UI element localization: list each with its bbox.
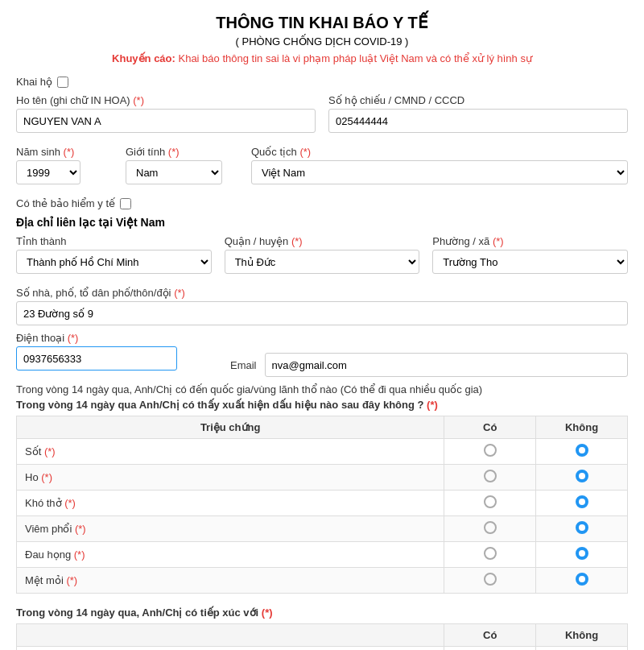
quan-huyen-select[interactable]: Thủ Đức Quận 1 <box>225 250 420 274</box>
so-hc-group: Số hộ chiếu / CMND / CCCD <box>328 94 628 133</box>
quan-huyen-group: Quận / huyện (*) Thủ Đức Quận 1 <box>225 235 420 274</box>
symptoms-table: Triệu chứng Có Không Sốt (*) Ho (*) <box>16 416 628 594</box>
symptom-khong-cell[interactable] <box>536 516 628 542</box>
symptom-khong-cell[interactable] <box>536 439 628 465</box>
so-hc-input[interactable] <box>328 109 628 133</box>
symptom-co-radio[interactable] <box>484 573 497 586</box>
page-subtitle: ( PHÒNG CHỐNG DỊCH COVID-19 ) <box>16 35 628 48</box>
note-contact: Trong vòng 14 ngày qua, Anh/Chị có tiếp … <box>16 607 628 619</box>
quoc-tich-group: Quốc tịch (*) Việt Nam Khác <box>251 146 628 184</box>
phone-email-row: Điện thoại (*) Email <box>16 332 628 377</box>
symptom-row: Đau họng (*) <box>17 542 628 568</box>
warning-content: Khai báo thông tin sai là vi phạm pháp l… <box>178 52 531 64</box>
symptom-co-cell[interactable] <box>444 439 536 465</box>
note-14days: Trong vòng 14 ngày qua, Anh/Chị có đến q… <box>16 383 628 395</box>
khai-ho-row: Khai hộ <box>16 76 628 88</box>
symptom-row: Khó thở (*) <box>17 491 628 516</box>
symptom-label-cell: Viêm phổi (*) <box>17 516 444 542</box>
bao-hiem-checkbox[interactable] <box>120 198 131 209</box>
ho-ten-group: Ho tên (ghi chữ IN HOA) (*) <box>16 94 316 133</box>
symptom-row: Sốt (*) <box>17 439 628 465</box>
contact-label-cell: Người bệnh hoặc nghi ngờ, mắc bệnh COVID… <box>17 647 444 651</box>
symptom-required: (*) <box>66 574 77 586</box>
contact-co-cell[interactable] <box>444 647 536 651</box>
tinh-thanh-label: Tỉnh thành <box>16 235 212 247</box>
contact-khong-header: Không <box>536 624 628 647</box>
symptom-label: Mệt mỏi <box>25 574 64 586</box>
symptom-label: Ho <box>25 471 39 483</box>
phuong-xa-group: Phường / xã (*) Trường Tho Bình Thọ <box>432 235 628 274</box>
symptom-label-cell: Đau họng (*) <box>17 542 444 568</box>
khai-ho-label: Khai hộ <box>16 76 52 88</box>
address-row: Tỉnh thành Thành phố Hồ Chí Minh Hà Nội … <box>16 235 628 280</box>
dien-thoai-input[interactable] <box>16 346 177 371</box>
contact-khong-cell[interactable] <box>536 647 628 651</box>
symptom-co-cell[interactable] <box>444 568 536 594</box>
symptom-row: Mệt mỏi (*) <box>17 568 628 594</box>
gioi-tinh-group: Giới tính (*) Nam Nữ <box>126 146 238 184</box>
symptom-required: (*) <box>41 471 52 483</box>
symptom-khong-radio[interactable] <box>576 444 588 457</box>
ho-ten-input[interactable] <box>16 109 316 133</box>
tinh-thanh-select[interactable]: Thành phố Hồ Chí Minh Hà Nội <box>16 250 212 274</box>
so-hc-label: Số hộ chiếu / CMND / CCCD <box>328 94 628 106</box>
so-nha-input[interactable] <box>16 301 628 325</box>
symptom-khong-radio[interactable] <box>576 495 588 508</box>
bao-hiem-row: Có thẻ bảo hiểm y tế <box>16 197 628 209</box>
phuong-xa-select[interactable]: Trường Tho Bình Thọ <box>432 250 628 274</box>
symptom-khong-radio[interactable] <box>576 547 588 560</box>
symptom-co-radio[interactable] <box>484 495 497 508</box>
contact-co-header: Có <box>444 624 536 647</box>
email-label: Email <box>230 359 257 371</box>
contact-col-header <box>17 624 444 647</box>
symptom-co-radio[interactable] <box>484 470 497 482</box>
symptom-khong-cell[interactable] <box>536 542 628 568</box>
so-nha-group: Số nhà, phố, tổ dân phố/thôn/đội (*) <box>16 287 628 325</box>
contact-row: Người bệnh hoặc nghi ngờ, mắc bệnh COVID… <box>17 647 628 651</box>
ho-ten-label: Ho tên (ghi chữ IN HOA) (*) <box>16 94 316 106</box>
symptom-row: Viêm phổi (*) <box>17 516 628 542</box>
symptom-col-header: Triệu chứng <box>17 416 444 439</box>
tinh-thanh-group: Tỉnh thành Thành phố Hồ Chí Minh Hà Nội <box>16 235 212 274</box>
symptom-khong-radio[interactable] <box>576 470 588 482</box>
nam-sinh-select[interactable]: 1999 2000 1998 <box>16 160 80 184</box>
symptom-khong-radio[interactable] <box>576 521 588 534</box>
nam-sinh-group: Năm sinh (*) 1999 2000 1998 <box>16 146 113 184</box>
warning-prefix: Khuyến cáo: <box>112 52 178 64</box>
co-col-header: Có <box>444 416 536 439</box>
page-title: THÔNG TIN KHAI BÁO Y TẾ <box>16 13 628 32</box>
email-input[interactable] <box>265 353 628 377</box>
symptom-label-cell: Sốt (*) <box>17 439 444 465</box>
note-symptoms: Trong vòng 14 ngày qua Anh/Chị có thấy x… <box>16 399 628 411</box>
symptom-khong-cell[interactable] <box>536 491 628 516</box>
symptom-khong-cell[interactable] <box>536 568 628 594</box>
symptom-required: (*) <box>44 445 56 457</box>
symptom-row: Ho (*) <box>17 465 628 491</box>
symptom-required: (*) <box>64 497 76 509</box>
symptom-co-cell[interactable] <box>444 516 536 542</box>
symptom-label: Sốt <box>25 445 41 457</box>
symptom-required: (*) <box>74 549 85 561</box>
symptom-label-cell: Khó thở (*) <box>17 491 444 516</box>
warning-text: Khuyến cáo: Khai báo thông tin sai là vi… <box>16 52 628 64</box>
khai-ho-checkbox[interactable] <box>57 77 68 88</box>
symptom-co-cell[interactable] <box>444 491 536 516</box>
symptom-label: Viêm phổi <box>25 523 72 535</box>
symptom-co-cell[interactable] <box>444 465 536 491</box>
symptom-co-radio[interactable] <box>484 547 497 560</box>
dia-chi-section-header: Địa chỉ liên lạc tại Việt Nam <box>16 216 628 229</box>
symptom-khong-cell[interactable] <box>536 465 628 491</box>
symptom-khong-radio[interactable] <box>576 573 588 586</box>
khong-col-header: Không <box>536 416 628 439</box>
symptom-co-cell[interactable] <box>444 542 536 568</box>
symptom-co-radio[interactable] <box>484 444 497 457</box>
quoc-tich-select[interactable]: Việt Nam Khác <box>251 160 628 184</box>
nam-sinh-row: Năm sinh (*) 1999 2000 1998 Giới tính (*… <box>16 146 628 191</box>
symptom-label-cell: Mệt mỏi (*) <box>17 568 444 594</box>
symptom-co-radio[interactable] <box>484 521 497 534</box>
symptom-label: Đau họng <box>25 549 71 561</box>
gioi-tinh-select[interactable]: Nam Nữ <box>126 160 222 184</box>
symptom-required: (*) <box>75 523 86 535</box>
symptom-label-cell: Ho (*) <box>17 465 444 491</box>
bao-hiem-label: Có thẻ bảo hiểm y tế <box>16 197 115 209</box>
